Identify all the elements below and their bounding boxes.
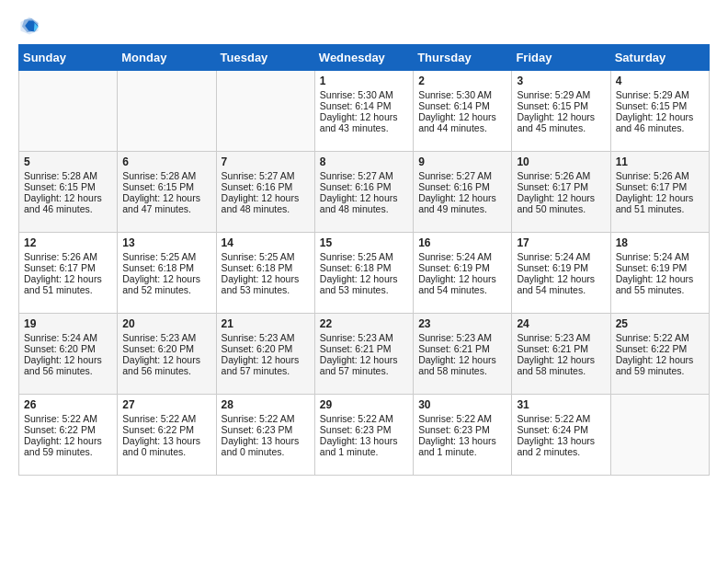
day-number: 22 [320, 317, 408, 330]
calendar-cell: 6Sunrise: 5:28 AMSunset: 6:15 PMDaylight… [118, 152, 216, 233]
week-row-5: 26Sunrise: 5:22 AMSunset: 6:22 PMDayligh… [19, 395, 710, 476]
cell-content-line: and 57 minutes. [222, 365, 310, 376]
cell-content-line: and 46 minutes. [616, 122, 704, 133]
day-number: 31 [517, 398, 605, 411]
day-number: 24 [517, 317, 605, 330]
calendar-cell: 19Sunrise: 5:24 AMSunset: 6:20 PMDayligh… [19, 314, 118, 395]
day-number: 23 [418, 317, 506, 330]
cell-content-line: Sunset: 6:14 PM [418, 100, 506, 111]
week-row-1: 1Sunrise: 5:30 AMSunset: 6:14 PMDaylight… [19, 71, 710, 152]
cell-content-line: and 54 minutes. [418, 284, 506, 295]
day-number: 14 [222, 236, 310, 249]
cell-content-line: Daylight: 12 hours [517, 111, 605, 122]
cell-content-line: and 45 minutes. [517, 122, 605, 133]
day-number: 20 [122, 317, 210, 330]
calendar-cell: 26Sunrise: 5:22 AMSunset: 6:22 PMDayligh… [19, 395, 118, 476]
cell-content-line: Sunrise: 5:28 AM [122, 170, 210, 181]
cell-content-line: Sunset: 6:16 PM [418, 181, 506, 192]
cell-content-line: Daylight: 12 hours [517, 192, 605, 203]
calendar-cell [216, 71, 314, 152]
day-number: 6 [122, 155, 210, 168]
calendar-cell: 4Sunrise: 5:29 AMSunset: 6:15 PMDaylight… [610, 71, 709, 152]
cell-content-line: Sunset: 6:16 PM [222, 181, 310, 192]
calendar-cell: 30Sunrise: 5:22 AMSunset: 6:23 PMDayligh… [414, 395, 512, 476]
cell-content-line: and 56 minutes. [122, 365, 210, 376]
cell-content-line: and 0 minutes. [122, 446, 210, 457]
cell-content-line: Daylight: 12 hours [418, 192, 506, 203]
cell-content-line: Daylight: 12 hours [616, 192, 704, 203]
cell-content-line: and 58 minutes. [517, 365, 605, 376]
calendar-cell [118, 71, 216, 152]
cell-content-line: Sunset: 6:20 PM [222, 343, 310, 354]
cell-content-line: Sunrise: 5:22 AM [222, 413, 310, 424]
cell-content-line: Daylight: 12 hours [24, 435, 112, 446]
cell-content-line: Sunrise: 5:23 AM [418, 332, 506, 343]
cell-content-line: Sunset: 6:24 PM [517, 424, 605, 435]
cell-content-line: Sunset: 6:17 PM [616, 181, 704, 192]
cell-content-line: and 48 minutes. [222, 203, 310, 214]
cell-content-line: Sunrise: 5:23 AM [222, 332, 310, 343]
cell-content-line: Daylight: 12 hours [24, 273, 112, 284]
cell-content-line: and 57 minutes. [320, 365, 408, 376]
cell-content-line: Daylight: 12 hours [222, 192, 310, 203]
cell-content-line: Sunrise: 5:22 AM [616, 332, 704, 343]
cell-content-line: Sunrise: 5:30 AM [320, 89, 408, 100]
cell-content-line: Sunset: 6:21 PM [517, 343, 605, 354]
cell-content-line: and 2 minutes. [517, 446, 605, 457]
cell-content-line: Sunrise: 5:22 AM [320, 413, 408, 424]
day-number: 27 [122, 398, 210, 411]
cell-content-line: and 53 minutes. [222, 284, 310, 295]
cell-content-line: Sunrise: 5:24 AM [517, 251, 605, 262]
cell-content-line: Daylight: 12 hours [517, 273, 605, 284]
cell-content-line: Sunrise: 5:25 AM [222, 251, 310, 262]
cell-content-line: Daylight: 13 hours [418, 435, 506, 446]
cell-content-line: Daylight: 12 hours [24, 354, 112, 365]
cell-content-line: Daylight: 12 hours [320, 192, 408, 203]
cell-content-line: Sunrise: 5:24 AM [418, 251, 506, 262]
day-number: 16 [418, 236, 506, 249]
week-row-3: 12Sunrise: 5:26 AMSunset: 6:17 PMDayligh… [19, 233, 710, 314]
day-number: 10 [517, 155, 605, 168]
day-header-thursday: Thursday [414, 45, 512, 71]
cell-content-line: Sunrise: 5:27 AM [418, 170, 506, 181]
calendar-cell: 1Sunrise: 5:30 AMSunset: 6:14 PMDaylight… [314, 71, 413, 152]
calendar-cell: 10Sunrise: 5:26 AMSunset: 6:17 PMDayligh… [512, 152, 610, 233]
cell-content-line: Sunset: 6:22 PM [122, 424, 210, 435]
cell-content-line: Sunset: 6:21 PM [418, 343, 506, 354]
cell-content-line: Daylight: 12 hours [517, 354, 605, 365]
day-number: 18 [616, 236, 704, 249]
day-number: 19 [24, 317, 112, 330]
day-number: 25 [616, 317, 704, 330]
cell-content-line: and 49 minutes. [418, 203, 506, 214]
cell-content-line: Sunrise: 5:23 AM [320, 332, 408, 343]
logo [18, 15, 44, 37]
day-number: 3 [517, 75, 605, 87]
day-number: 4 [616, 75, 704, 87]
day-header-friday: Friday [512, 45, 610, 71]
cell-content-line: and 1 minute. [418, 446, 506, 457]
day-header-saturday: Saturday [610, 45, 709, 71]
cell-content-line: Daylight: 12 hours [616, 273, 704, 284]
cell-content-line: Sunrise: 5:23 AM [517, 332, 605, 343]
cell-content-line: and 59 minutes. [24, 446, 112, 457]
cell-content-line: Sunset: 6:22 PM [24, 424, 112, 435]
day-number: 26 [24, 398, 112, 411]
header-row: SundayMondayTuesdayWednesdayThursdayFrid… [19, 45, 710, 71]
cell-content-line: Sunset: 6:19 PM [517, 262, 605, 273]
calendar-cell: 11Sunrise: 5:26 AMSunset: 6:17 PMDayligh… [610, 152, 709, 233]
calendar-cell: 29Sunrise: 5:22 AMSunset: 6:23 PMDayligh… [314, 395, 413, 476]
cell-content-line: Sunset: 6:15 PM [616, 100, 704, 111]
day-header-monday: Monday [118, 45, 216, 71]
day-number: 30 [418, 398, 506, 411]
cell-content-line: Daylight: 12 hours [418, 354, 506, 365]
day-number: 8 [320, 155, 408, 168]
cell-content-line: Sunrise: 5:25 AM [320, 251, 408, 262]
cell-content-line: Daylight: 12 hours [122, 192, 210, 203]
calendar-cell: 7Sunrise: 5:27 AMSunset: 6:16 PMDaylight… [216, 152, 314, 233]
week-row-4: 19Sunrise: 5:24 AMSunset: 6:20 PMDayligh… [19, 314, 710, 395]
cell-content-line: Sunrise: 5:22 AM [517, 413, 605, 424]
cell-content-line: and 52 minutes. [122, 284, 210, 295]
cell-content-line: Daylight: 12 hours [222, 354, 310, 365]
cell-content-line: Sunset: 6:23 PM [320, 424, 408, 435]
cell-content-line: Sunrise: 5:23 AM [122, 332, 210, 343]
